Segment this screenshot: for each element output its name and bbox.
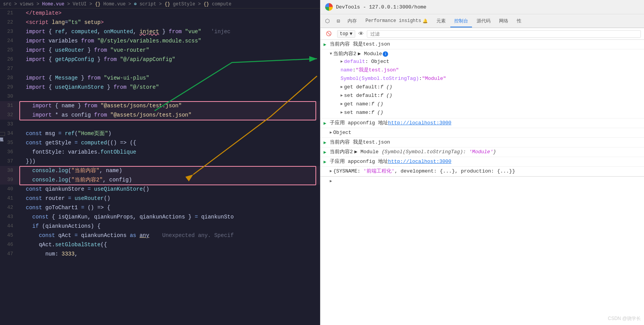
tab-device-icon[interactable]: ⊡ (334, 16, 343, 26)
code-line-21: 21 </template> (0, 8, 320, 18)
tab-elements[interactable]: 元素 (433, 15, 450, 27)
devtools-tabs[interactable]: ⬡ ⊡ 内存 Performance insights 🔔 元素 控制台 源代码… (320, 14, 644, 28)
console-ban-btn[interactable]: 🚫 (324, 30, 334, 37)
console-entry-5-text: 当前内容 我是test.json (330, 139, 390, 146)
devtools-titlebar: DevTools - 127.0.0.1:3000/home (320, 0, 644, 14)
code-line-43: 43 const { isQianKun, qiankunProps, qian… (0, 212, 320, 222)
prop-symbol: Symbol(Symbol.toStringTag) : "Module" (337, 74, 641, 83)
code-line-32: 32 import * as config from "@assets/json… (0, 110, 320, 120)
console-entry-5: ▶ 当前内容 我是test.json (320, 138, 644, 147)
code-line-35: 35 const getStyle = computed(() => ({ (0, 138, 320, 147)
code-line-37: 37 })) (0, 157, 320, 166)
console-entry-2-header: ▼ 当前内容2 ▶ Module i (330, 51, 388, 58)
prop-default: ▶ default : Object (337, 58, 641, 66)
dropdown-arrow-icon: ▼ (350, 31, 353, 37)
code-line-33: 33 (0, 120, 320, 129)
code-line-41: 41 const router = useRouter() (0, 194, 320, 203)
tab-performance[interactable]: Performance insights 🔔 (361, 16, 432, 27)
childapp-label-2: 子应用 appconfig 地址 (330, 158, 388, 165)
code-line-27: 27 (0, 64, 320, 73)
object-label: Object (333, 129, 351, 136)
module-inline: ▶ Module {Symbol(Symbol.toStringTag): 'M… (354, 149, 496, 156)
tab-inspect-icon[interactable]: ⬡ (322, 16, 333, 26)
code-line-34: 34 const msg = ref("Home页面") (0, 129, 320, 138)
log-arrow-3: ▶ (324, 120, 326, 127)
code-line-45: 45 const qAct = qiankunActions as any Un… (0, 231, 320, 240)
expand-icon-2[interactable]: ▼ (330, 51, 332, 58)
code-line-47: 47 num: 3333, (0, 249, 320, 259)
code-line-25: 25 import { useRouter } from "vue-router… (0, 46, 320, 55)
breadcrumb: src > views > Home.vue > VetUI > {} Home… (0, 0, 320, 8)
console-entry-1-text: 当前内容 我是test.json (330, 41, 390, 48)
breadcrumb-text: src > views > Home.vue > VetUI > {} Home… (3, 1, 232, 7)
console-prompt[interactable]: ▶ (320, 176, 644, 185)
prop-name: name : "我是test.json" (337, 66, 641, 74)
module-label: ▶ Module (358, 51, 382, 58)
expand-icon-sysname[interactable]: ▶ (330, 168, 332, 175)
prop-set-default: ▶ set default: f () (337, 91, 641, 100)
log-arrow-1: ▶ (324, 41, 326, 48)
console-entry-sysname: ▶ {SYSNAME: '前端工程化', development: {...},… (320, 167, 644, 176)
prop-get-name: ▶ get name: f () (337, 100, 641, 108)
sysname-text: {SYSNAME: '前端工程化', development: {...}, p… (333, 168, 515, 175)
tab-network[interactable]: 网络 (495, 15, 512, 27)
childapp-link-2[interactable]: http://localhost:3000 (388, 158, 451, 165)
tab-console[interactable]: 控制台 (450, 15, 472, 27)
code-line-22: 22 <script lang="ts" setup> (0, 18, 320, 27)
chrome-icon (325, 3, 333, 11)
performance-bell-icon: 🔔 (423, 19, 428, 24)
console-entry-childapp-2: ▶ 子应用 appconfig 地址 http://localhost:3000 (320, 157, 644, 167)
code-line-39: 39 console.log("当前内容2", config) (0, 175, 320, 185)
console-entry-1: ▶ 当前内容 我是test.json (320, 40, 644, 49)
log-arrow-7: ▶ (324, 159, 326, 166)
console-entry-2: ▼ 当前内容2 ▶ Module i ▶ default : Object na… (320, 49, 644, 118)
console-entry-childapp-1: ▶ 子应用 appconfig 地址 http://localhost:3000 (320, 118, 644, 128)
code-line-40: 40 const qiankunStore = useQianKunStore(… (0, 185, 320, 194)
console-entry-6: ▶ 当前内容2 ▶ Module {Symbol(Symbol.toString… (320, 147, 644, 157)
eye-icon[interactable]: 👁 (358, 31, 364, 37)
code-line-38: 38 console.log("当前内容", name) (0, 166, 320, 175)
top-label: top (340, 31, 348, 37)
tab-memory[interactable]: 内存 (344, 15, 361, 27)
code-line-46: 46 qAct.setGlobalState({ (0, 240, 320, 249)
prop-set-name: ▶ set name: f () (337, 108, 641, 117)
left-label: 预览 (0, 132, 5, 136)
childapp-link-1[interactable]: http://localhost:3000 (388, 120, 451, 127)
code-line-28: 28 import { Message } from "view-ui-plus… (0, 73, 320, 83)
console-entry-2-text: 当前内容2 (333, 51, 356, 58)
info-badge: i (383, 51, 388, 57)
expand-icon-obj[interactable]: ▶ (330, 129, 332, 136)
performance-label: Performance insights (365, 18, 421, 24)
module-children: ▶ default : Object name : "我是test.json" … (330, 58, 641, 117)
prop-get-default: ▶ get default: f () (337, 83, 641, 91)
code-line-24: 24 import variables from "@/styles/varia… (0, 36, 320, 46)
devtools-panel: DevTools - 127.0.0.1:3000/home ⬡ ⊡ 内存 Pe… (320, 0, 644, 325)
top-dropdown[interactable]: top ▼ (337, 30, 355, 38)
code-line-44: 44 if (qiankunActions) { (0, 222, 320, 231)
log-arrow-6: ▶ (324, 149, 326, 156)
code-line-36: 36 fontStyle: variables.fontOblique (0, 147, 320, 157)
log-arrow-5: ▶ (324, 139, 326, 146)
watermark: CSDN @骁学长 (608, 315, 641, 322)
devtools-title: DevTools - 127.0.0.1:3000/home (336, 4, 426, 10)
code-line-29: 29 import { useQianKunStore } from "@/st… (0, 83, 320, 92)
code-editor: src > views > Home.vue > VetUI > {} Home… (0, 0, 320, 325)
filter-input[interactable] (367, 30, 641, 38)
code-line-31: 31 import { name } from "@assets/jsons/t… (0, 101, 320, 110)
prompt-arrow: ▶ (330, 179, 332, 183)
childapp-label-1: 子应用 appconfig 地址 (330, 120, 388, 127)
tab-more[interactable]: 性 (513, 15, 525, 27)
console-content: ▶ 当前内容 我是test.json ▼ 当前内容2 ▶ Module i ▶ … (320, 40, 644, 325)
code-lines: 21 </template> 22 <script lang="ts" setu… (0, 8, 320, 259)
code-line-23: 23 import { ref, computed, onMounted, in… (0, 27, 320, 36)
console-entry-object: ▶ Object (320, 128, 644, 138)
code-line-26: 26 import { getAppConfig } from "@/api/a… (0, 55, 320, 64)
console-entry-6-text: 当前内容2 (330, 149, 353, 156)
code-line-42: 42 const goToChart1 = () => { (0, 203, 320, 212)
tab-sources[interactable]: 源代码 (473, 15, 494, 27)
console-secondary-toolbar: 🚫 top ▼ 👁 (320, 28, 644, 40)
code-line-30: 30 (0, 92, 320, 101)
